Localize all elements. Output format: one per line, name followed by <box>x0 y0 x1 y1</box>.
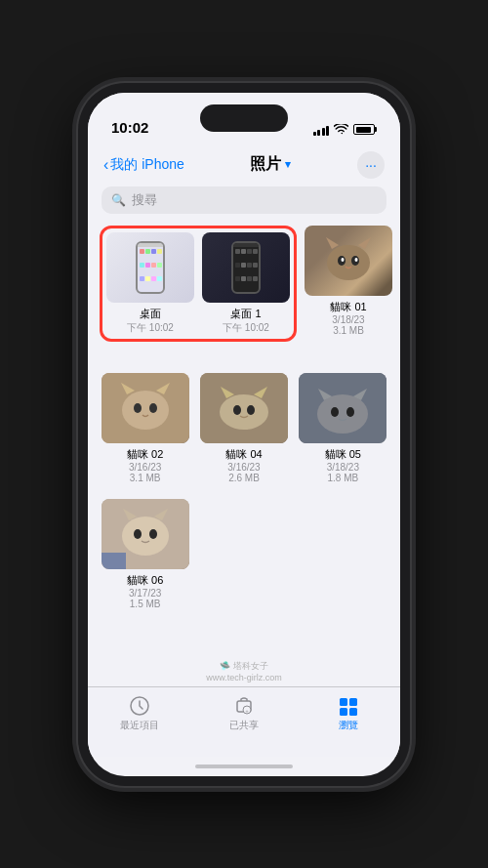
file-date: 3/18/23 <box>332 314 364 325</box>
search-bar: 🔍 搜尋 <box>88 186 400 222</box>
watermark-brand: 塔科女子 <box>233 661 268 671</box>
more-icon: ··· <box>365 158 377 172</box>
list-item[interactable]: 桌面 下午 10:02 <box>106 232 194 335</box>
search-icon: 🔍 <box>111 193 126 207</box>
watermark: 🛸 塔科女子 www.tech-girlz.com <box>88 658 400 686</box>
list-item[interactable]: 貓咪 01 3/18/23 3.1 MB <box>297 226 392 336</box>
svg-rect-38 <box>349 698 357 706</box>
file-thumb-screen-light <box>106 232 194 303</box>
status-icons <box>313 124 378 136</box>
file-size: 1.8 MB <box>327 473 358 483</box>
tab-shared-label: 已共享 <box>229 719 259 732</box>
svg-point-30 <box>134 529 142 539</box>
back-chevron-icon: ‹ <box>103 156 108 174</box>
file-thumb-cat-06 <box>102 499 189 569</box>
file-name: 貓咪 04 <box>225 447 262 462</box>
svg-rect-37 <box>340 698 347 706</box>
file-name: 貓咪 06 <box>127 573 163 588</box>
svg-point-15 <box>220 394 268 430</box>
page-title: 照片 ▾ <box>250 154 291 175</box>
phone-screen: 10:02 <box>88 93 400 776</box>
watermark-url: www.tech-girlz.com <box>206 673 282 682</box>
phone-shell: 10:02 <box>78 83 410 786</box>
status-time: 10:02 <box>111 119 148 136</box>
svg-point-21 <box>317 394 368 434</box>
file-date: 下午 10:02 <box>127 321 174 335</box>
file-name: 貓咪 05 <box>325 447 361 462</box>
file-date: 3/17/23 <box>129 588 161 599</box>
watermark-icon: 🛸 <box>220 661 230 671</box>
svg-point-12 <box>134 403 142 413</box>
svg-point-9 <box>122 391 169 430</box>
file-size: 2.6 MB <box>228 473 260 483</box>
empty-slot <box>198 499 289 609</box>
svg-point-24 <box>331 407 339 417</box>
file-name: 貓咪 02 <box>127 447 163 462</box>
file-size: 1.5 MB <box>130 599 161 609</box>
file-row: 貓咪 06 3/17/23 1.5 MB <box>100 499 388 609</box>
file-size: 3.1 MB <box>130 473 161 483</box>
svg-point-25 <box>346 407 354 417</box>
back-button[interactable]: ‹ 我的 iPhone <box>103 156 184 174</box>
battery-icon <box>353 124 377 135</box>
shared-icon: + <box>231 695 257 717</box>
file-grid: 桌面 下午 10:02 <box>88 222 400 658</box>
selection-box: 桌面 下午 10:02 <box>100 226 297 342</box>
browse-icon <box>336 695 361 717</box>
list-item[interactable]: 桌面 1 下午 10:02 <box>202 232 290 335</box>
tab-bar: 最近項目 + 已共享 <box>88 686 400 757</box>
svg-point-27 <box>122 517 169 556</box>
svg-rect-39 <box>340 708 347 716</box>
file-date: 3/18/23 <box>327 462 359 473</box>
file-thumb-screen-dark <box>202 232 290 303</box>
tab-browse-label: 瀏覽 <box>339 719 358 732</box>
file-thumb-cat-02 <box>102 373 189 443</box>
file-thumb-cat-01 <box>305 226 392 296</box>
list-item[interactable]: 貓咪 04 3/16/23 2.6 MB <box>198 373 289 483</box>
file-thumb-cat-04 <box>200 373 288 443</box>
tab-shared[interactable]: + 已共享 <box>192 695 297 732</box>
svg-rect-40 <box>349 708 357 716</box>
nav-bar: ‹ 我的 iPhone 照片 ▾ ··· <box>88 144 400 186</box>
svg-point-18 <box>233 405 241 415</box>
file-name: 貓咪 01 <box>330 300 366 314</box>
back-label: 我的 iPhone <box>110 156 183 174</box>
recents-icon <box>127 695 152 717</box>
wifi-icon <box>334 124 348 135</box>
svg-point-5 <box>342 258 345 262</box>
svg-point-6 <box>355 258 358 262</box>
list-item[interactable]: 貓咪 05 3/18/23 1.8 MB <box>298 373 388 483</box>
list-item[interactable]: 貓咪 02 3/16/23 3.1 MB <box>100 373 190 483</box>
svg-rect-32 <box>102 553 126 569</box>
tab-recents[interactable]: 最近項目 <box>88 695 192 732</box>
signal-icon <box>313 124 330 136</box>
svg-point-13 <box>149 403 157 413</box>
more-button[interactable]: ··· <box>357 151 385 179</box>
file-date: 3/16/23 <box>129 462 161 473</box>
dynamic-island <box>200 104 288 132</box>
svg-marker-2 <box>358 237 371 249</box>
svg-text:+: + <box>245 708 249 714</box>
tab-recents-label: 最近項目 <box>120 719 159 732</box>
file-thumb-cat-05 <box>299 373 386 443</box>
svg-point-31 <box>149 529 157 539</box>
svg-point-0 <box>327 245 370 280</box>
home-bar <box>195 765 293 768</box>
file-name: 桌面 1 <box>230 307 261 321</box>
file-date: 下午 10:02 <box>223 321 269 335</box>
tab-browse[interactable]: 瀏覽 <box>296 695 400 732</box>
list-item[interactable]: 貓咪 06 3/17/23 1.5 MB <box>100 499 190 609</box>
empty-slot <box>298 499 388 609</box>
file-date: 3/16/23 <box>227 462 260 473</box>
home-indicator <box>88 757 400 776</box>
file-row: 貓咪 02 3/16/23 3.1 MB <box>100 373 388 483</box>
svg-marker-1 <box>326 237 339 249</box>
file-name: 桌面 <box>140 307 161 321</box>
search-placeholder: 搜尋 <box>132 191 157 209</box>
title-chevron-icon: ▾ <box>285 158 291 171</box>
file-size: 3.1 MB <box>333 325 364 336</box>
search-input[interactable]: 🔍 搜尋 <box>102 186 386 214</box>
svg-point-19 <box>247 405 255 415</box>
